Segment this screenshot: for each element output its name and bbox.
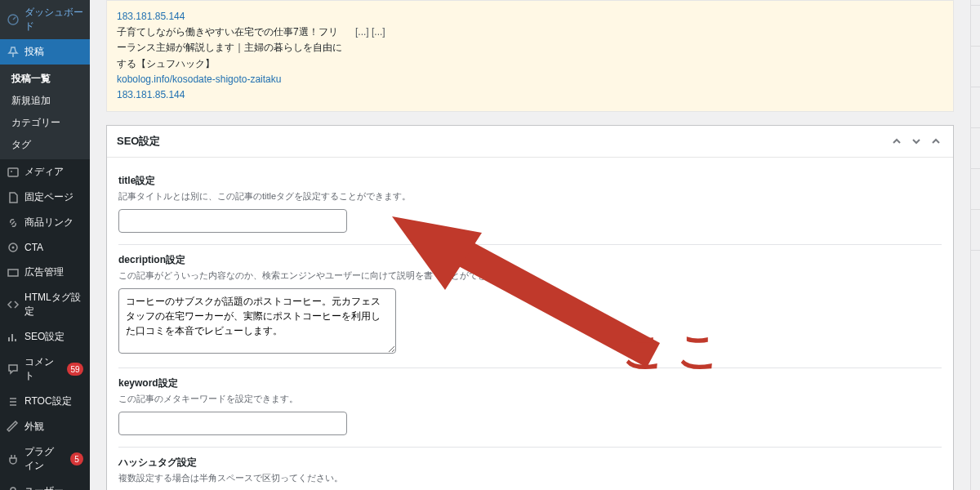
svg-rect-1 [8, 168, 18, 176]
sidebar-item-10[interactable]: RTOC設定 [0, 389, 90, 414]
sidebar-item-label: HTMLタグ設定 [24, 291, 83, 318]
notice-box: 183.181.85.144 子育てしながら働きやすい在宅での仕事7選！フリーラ… [106, 0, 954, 112]
notice-ellipsis: [...] [...] [355, 24, 385, 40]
sidebar-subitem-1-3[interactable]: タグ [0, 134, 90, 156]
field-description-label: decription設定 [118, 253, 942, 267]
comment-icon [7, 363, 20, 376]
pin-icon [7, 46, 20, 59]
notice-title: 子育てしながら働きやすい在宅での仕事7選！フリーランス主婦が解説します｜主婦の暮… [117, 24, 345, 72]
field-keyword-desc: この記事のメタキーワードを設定できます。 [118, 393, 942, 405]
sidebar-item-7[interactable]: HTMLタグ設定 [0, 285, 90, 324]
field-keyword-label: keyword設定 [118, 376, 942, 390]
sidebar-item-0[interactable]: ダッシュボード [0, 0, 90, 39]
panel-down-icon[interactable] [909, 134, 924, 149]
svg-rect-5 [8, 270, 18, 276]
badge: 5 [70, 452, 83, 466]
description-textarea[interactable] [118, 288, 396, 354]
sidebar-subitem-1-0[interactable]: 投稿一覧 [0, 68, 90, 90]
sidebar-item-label: SEO設定 [24, 330, 65, 344]
sidebar-item-9[interactable]: コメント59 [0, 350, 90, 389]
sidebar-item-label: ユーザー [24, 484, 64, 490]
notice-url[interactable]: kobolog.info/kosodate-shigoto-zaitaku [117, 74, 281, 85]
sidebar-item-label: 商品リンク [24, 216, 74, 229]
dashboard-icon [7, 13, 20, 26]
field-title-label: title設定 [118, 174, 942, 188]
sidebar-item-label: RTOC設定 [24, 394, 72, 408]
field-hashtag-desc: 複数設定する場合は半角スペースで区切ってください。 [118, 472, 942, 484]
page-icon [7, 191, 20, 204]
list-icon [7, 395, 20, 408]
badge: 59 [67, 363, 83, 376]
field-keyword: keyword設定 この記事のメタキーワードを設定できます。 [118, 368, 942, 448]
user-icon [7, 485, 20, 491]
sidebar-subitem-1-2[interactable]: カテゴリー [0, 112, 90, 134]
field-title: title設定 記事タイトルとは別に、この記事のtitleタグを設定することがで… [118, 166, 942, 245]
field-description: decription設定 この記事がどういった内容なのか、検索エンジンやユーザー… [118, 245, 942, 368]
sidebar-item-label: 外観 [24, 420, 44, 434]
media-icon [7, 166, 20, 179]
keyword-input[interactable] [118, 412, 347, 435]
sidebar-item-13[interactable]: ユーザー [0, 479, 90, 490]
sidebar-item-label: コメント [24, 355, 59, 383]
sidebar-item-4[interactable]: 商品リンク [0, 210, 90, 235]
right-metabox-strip [970, 0, 980, 490]
sidebar-item-label: ダッシュボード [24, 6, 83, 33]
admin-sidebar: ダッシュボード投稿投稿一覧新規追加カテゴリータグメディア固定ページ商品リンクCT… [0, 0, 90, 490]
svg-point-6 [11, 488, 16, 491]
panel-title: SEO設定 [117, 134, 160, 149]
sidebar-item-11[interactable]: 外観 [0, 414, 90, 439]
sidebar-item-label: CTA [24, 242, 43, 253]
panel-up-icon[interactable] [889, 134, 904, 149]
plug-icon [7, 452, 20, 466]
sidebar-item-2[interactable]: メディア [0, 159, 90, 185]
sidebar-subitem-1-1[interactable]: 新規追加 [0, 90, 90, 112]
sidebar-item-12[interactable]: プラグイン5 [0, 439, 90, 479]
sidebar-item-label: 投稿 [24, 45, 44, 59]
ad-icon [7, 266, 20, 279]
sidebar-item-3[interactable]: 固定ページ [0, 185, 90, 210]
sidebar-item-label: プラグイン [24, 445, 62, 473]
sidebar-item-8[interactable]: SEO設定 [0, 324, 90, 350]
sidebar-item-label: 固定ページ [24, 190, 74, 204]
svg-point-4 [12, 247, 15, 249]
sidebar-item-label: 広告管理 [24, 265, 64, 279]
seo-panel: SEO設定 title設定 記事タイトルとは別に、この記事のtitleタグを設定… [106, 125, 954, 490]
field-description-desc: この記事がどういった内容なのか、検索エンジンやユーザーに向けて説明を書くことがで… [118, 270, 942, 282]
target-icon [7, 241, 20, 254]
brush-icon [7, 421, 20, 434]
panel-header[interactable]: SEO設定 [107, 126, 953, 158]
notice-ip[interactable]: 183.181.85.144 [117, 89, 185, 100]
sidebar-item-1[interactable]: 投稿 [0, 39, 90, 65]
sidebar-item-6[interactable]: 広告管理 [0, 260, 90, 285]
svg-point-2 [11, 171, 12, 172]
main-content: 183.181.85.144 子育てしながら働きやすい在宅での仕事7選！フリーラ… [90, 0, 970, 490]
code-icon [7, 298, 20, 311]
field-title-desc: 記事タイトルとは別に、この記事のtitleタグを設定することができます。 [118, 190, 942, 203]
link-icon [7, 216, 20, 229]
sidebar-item-label: メディア [24, 165, 64, 179]
field-hashtag-label: ハッシュタグ設定 [118, 456, 942, 470]
sidebar-item-5[interactable]: CTA [0, 235, 90, 260]
field-hashtag: ハッシュタグ設定 複数設定する場合は半角スペースで区切ってください。 [118, 448, 942, 490]
panel-toggle-icon[interactable] [929, 134, 943, 149]
chart-icon [7, 331, 20, 344]
notice-ip-above[interactable]: 183.181.85.144 [117, 11, 185, 22]
title-input[interactable] [118, 209, 347, 233]
